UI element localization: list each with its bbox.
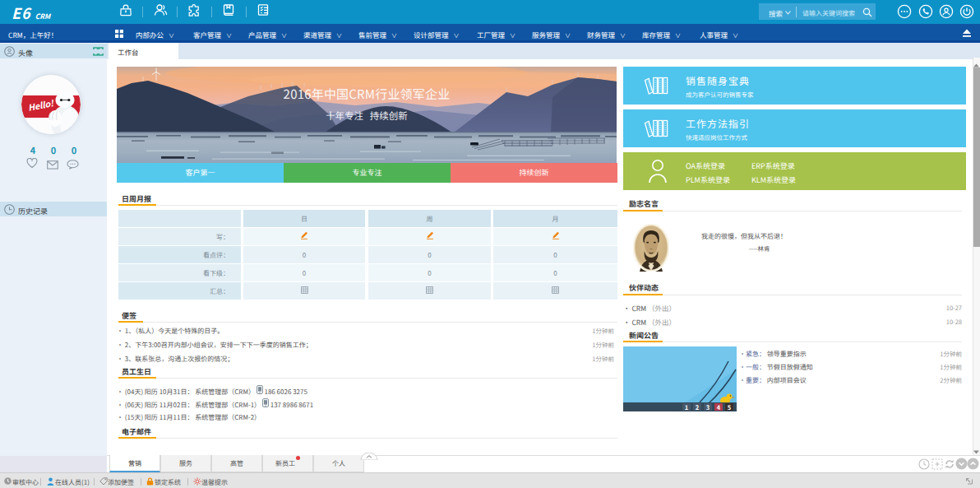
svg-text:1: 1 <box>685 402 688 411</box>
svg-text:2: 2 <box>696 402 700 411</box>
svg-text:5: 5 <box>728 402 732 411</box>
svg-text:4: 4 <box>717 402 721 411</box>
svg-text:3: 3 <box>706 402 710 411</box>
